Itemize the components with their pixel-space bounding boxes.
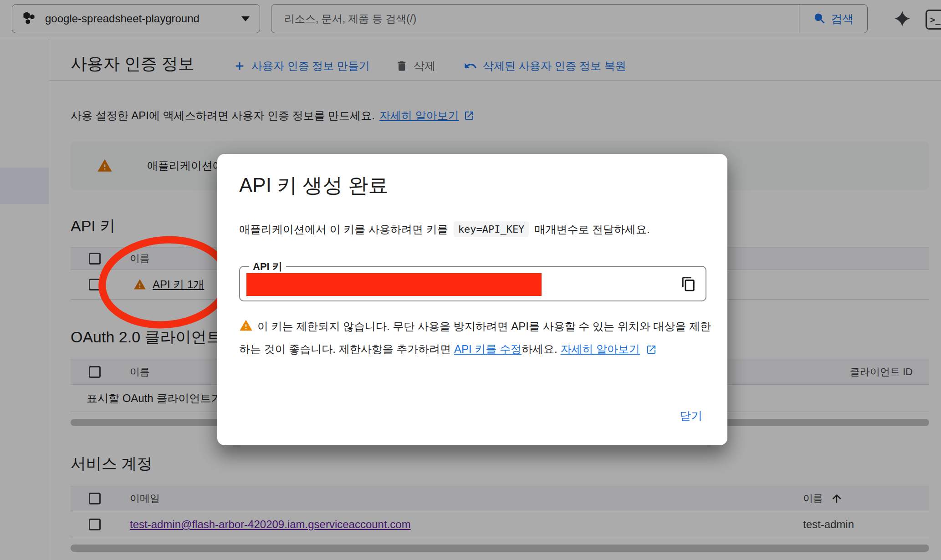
page-title: 사용자 인증 정보	[71, 53, 194, 75]
column-header-email: 이메일	[130, 492, 160, 505]
horizontal-scrollbar[interactable]	[71, 545, 929, 552]
search-submit-button[interactable]: 검색	[799, 5, 867, 33]
project-hexagons-icon	[22, 12, 36, 25]
warning-icon	[97, 158, 113, 173]
select-all-checkbox[interactable]	[89, 366, 101, 378]
modal-warning-suffix: 하세요.	[522, 343, 557, 355]
copy-button[interactable]	[678, 274, 699, 295]
external-link-icon	[464, 110, 475, 121]
edit-api-key-link[interactable]: API 키를 수정	[454, 343, 522, 355]
cloud-shell-button[interactable]: >_	[926, 10, 941, 30]
service-accounts-table-header: 이메일 이름	[71, 486, 929, 511]
modal-warning-icon	[239, 318, 253, 339]
close-button[interactable]: 닫기	[680, 408, 702, 423]
undo-icon	[464, 59, 477, 73]
column-header-name-sortable[interactable]: 이름	[803, 492, 843, 505]
modal-body-text: 애플리케이션에서 이 키를 사용하려면 키를 key=API_KEY 매개변수로…	[239, 221, 650, 237]
external-link-icon	[646, 341, 657, 361]
service-account-name: test-admin	[803, 518, 854, 531]
modal-learn-more-link[interactable]: 자세히 알아보기	[560, 343, 640, 355]
row-checkbox[interactable]	[89, 279, 101, 290]
column-header-name: 이름	[130, 252, 150, 265]
api-key-redaction-overlay	[246, 273, 542, 296]
search-input[interactable]	[271, 5, 799, 33]
trash-icon	[395, 60, 408, 72]
service-account-email-link[interactable]: test-admin@flash-arbor-420209.iam.gservi…	[130, 518, 411, 531]
api-key-field[interactable]: API 키	[239, 266, 706, 301]
project-selector-label: google-spreadsheet-playground	[45, 12, 232, 25]
left-rail	[0, 39, 49, 560]
search-icon	[813, 12, 827, 25]
api-key-link[interactable]: API 키 1개	[153, 277, 204, 292]
restore-label: 삭제된 사용자 인증 정보 복원	[483, 59, 626, 73]
terminal-icon: >_	[930, 15, 941, 25]
search-bar: 검색	[271, 4, 868, 33]
learn-more-link[interactable]: 자세히 알아보기	[379, 108, 459, 123]
modal-warning: 이 키는 제한되지 않습니다. 무단 사용을 방지하려면 API를 사용할 수 …	[239, 316, 716, 361]
gcp-credentials-page: google-spreadsheet-playground 검색 >_ 사용자 …	[0, 0, 941, 560]
delete-label: 삭제	[414, 59, 435, 73]
chevron-down-icon	[241, 16, 250, 21]
project-selector[interactable]: google-spreadsheet-playground	[12, 4, 260, 33]
api-key-field-label: API 키	[249, 260, 286, 274]
oauth-empty-text: 표시할 OAuth 클라이언트가	[87, 391, 222, 406]
api-keys-heading: API 키	[71, 216, 115, 237]
intro-text: 사용 설정한 API에 액세스하려면 사용자 인증 정보를 만드세요.	[71, 108, 375, 123]
select-all-checkbox[interactable]	[89, 493, 101, 504]
create-credentials-label: 사용자 인증 정보 만들기	[251, 59, 370, 73]
oauth-heading: OAuth 2.0 클라이언트	[71, 327, 222, 348]
modal-title: API 키 생성 완료	[239, 172, 389, 199]
api-key-parameter-code: key=API_KEY	[454, 221, 529, 237]
plus-icon	[233, 60, 246, 72]
column-header-name: 이름	[130, 365, 150, 379]
modal-body-suffix: 매개변수로 전달하세요.	[534, 222, 649, 237]
intro-line: 사용 설정한 API에 액세스하려면 사용자 인증 정보를 만드세요. 자세히 …	[71, 108, 475, 123]
create-credentials-button[interactable]: 사용자 인증 정보 만들기	[233, 56, 370, 76]
row-warning-icon	[133, 278, 146, 291]
column-header-client-id: 클라이언트 ID	[850, 365, 913, 379]
sort-ascending-icon	[830, 492, 843, 505]
api-key-created-modal: API 키 생성 완료 애플리케이션에서 이 키를 사용하려면 키를 key=A…	[217, 154, 727, 445]
service-account-row: test-admin@flash-arbor-420209.iam.gservi…	[71, 511, 929, 538]
modal-body-prefix: 애플리케이션에서 이 키를 사용하려면 키를	[239, 222, 448, 237]
column-header-name: 이름	[803, 492, 823, 505]
gemini-sparkle-icon[interactable]	[890, 6, 915, 31]
copy-icon	[681, 276, 696, 292]
left-rail-selected-item[interactable]	[0, 168, 49, 204]
search-button-label: 검색	[831, 11, 854, 26]
service-accounts-heading: 서비스 계정	[71, 453, 152, 474]
select-all-checkbox[interactable]	[89, 253, 101, 265]
restore-credentials-button[interactable]: 삭제된 사용자 인증 정보 복원	[464, 56, 626, 76]
delete-button[interactable]: 삭제	[395, 56, 435, 76]
row-checkbox[interactable]	[89, 519, 101, 530]
